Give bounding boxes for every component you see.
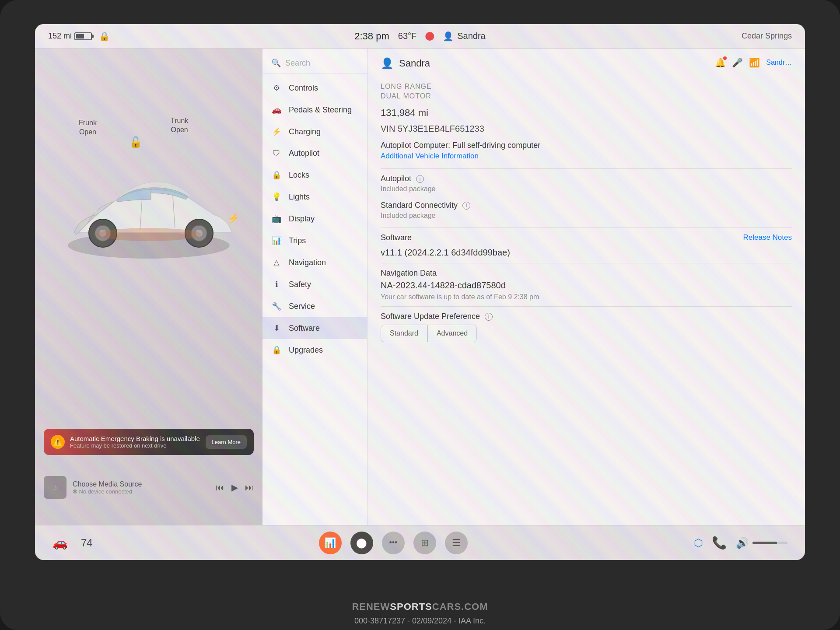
watermark-cars: CARS.COM [432, 601, 488, 612]
frunk-label: Frunk Open [79, 119, 97, 137]
menu-item-service[interactable]: 🔧 Service [262, 295, 367, 317]
alert-title: Automatic Emergency Braking is unavailab… [70, 435, 200, 442]
grid-icon: ⊞ [421, 537, 429, 549]
volume-fill [752, 542, 777, 544]
watermark-sub: 000-38717237 - 02/09/2024 - IAA Inc. [0, 616, 840, 626]
additional-vehicle-info-link[interactable]: Additional Vehicle Information [381, 152, 479, 160]
car-panel: Frunk Open Trunk Open 🔓 [35, 49, 262, 525]
media-icon: ♪ [44, 476, 66, 499]
menu-item-trips[interactable]: 📊 Trips [262, 230, 367, 252]
signal-icon: 📶 [749, 57, 760, 68]
bell-icon[interactable]: 🔔 [715, 57, 726, 68]
safety-label: Safety [289, 280, 311, 289]
car-image-area: ⚡ [52, 136, 245, 276]
menu-item-pedals[interactable]: 🚗 Pedals & Steering [262, 99, 367, 121]
voice-button[interactable]: 📊 [319, 532, 342, 554]
trips-label: Trips [289, 236, 306, 245]
update-status: Your car software is up to date as of Fe… [381, 293, 792, 301]
media-prev-button[interactable]: ⏮ [216, 483, 224, 493]
menu-item-upgrades[interactable]: 🔒 Upgrades [262, 339, 367, 361]
autopilot-icon: 🛡 [271, 149, 282, 158]
volume-bar[interactable] [752, 542, 788, 544]
standard-pref-button[interactable]: Standard [381, 325, 427, 342]
advanced-pref-button[interactable]: Advanced [427, 325, 477, 342]
autopilot-computer-section: Autopilot Computer: Full self-driving co… [381, 141, 792, 161]
cards-icon: ☰ [452, 537, 461, 549]
car-illustration: ⚡ [52, 145, 245, 267]
status-bar: 152 mi 🔒 2:38 pm 63°F 👤 Sandra Cedar Spr… [35, 24, 805, 49]
pedals-label: Pedals & Steering [289, 105, 352, 115]
home-button[interactable]: ⬤ [350, 532, 373, 554]
menu-item-software[interactable]: ⬇ Software [262, 317, 367, 339]
media-title: Choose Media Source [73, 480, 210, 488]
status-right: Cedar Springs [742, 32, 792, 41]
preference-buttons: Standard Advanced [381, 325, 792, 342]
software-section-row: Software Release Notes [381, 233, 792, 244]
more-icon: ••• [389, 538, 397, 547]
more-button[interactable]: ••• [382, 532, 405, 554]
battery-indicator [74, 32, 92, 40]
menu-item-controls[interactable]: ⚙ Controls [262, 77, 367, 99]
autopilot-section: Autopilot i Included package [381, 174, 792, 193]
cards-button[interactable]: ☰ [445, 532, 468, 554]
recording-icon [425, 32, 434, 41]
autopilot-info-icon[interactable]: i [416, 175, 424, 183]
vin-display: VIN 5YJ3E1EB4LF651233 [381, 124, 792, 134]
menu-item-safety[interactable]: ℹ Safety [262, 273, 367, 295]
profile-icon: 👤 [381, 57, 394, 70]
locks-icon: 🔒 [271, 170, 282, 180]
software-version: v11.1 (2024.2.2.1 6d34fdd99bae) [381, 248, 792, 258]
taskbar-left: 🚗 74 [52, 536, 93, 550]
connectivity-package: Included package [381, 212, 792, 220]
mic-icon[interactable]: 🎤 [732, 57, 743, 68]
autopilot-package: Included package [381, 185, 792, 193]
pedals-icon: 🚗 [271, 105, 282, 115]
menu-item-display[interactable]: 📺 Display [262, 208, 367, 230]
taskbar-center: 📊 ⬤ ••• ⊞ ☰ [319, 532, 468, 554]
menu-item-locks[interactable]: 🔒 Locks [262, 164, 367, 186]
details-panel: 👤 Sandra 🔔 🎤 📶 Sandr… LONG RANGE DUAL MO… [368, 49, 805, 525]
speed-display: 74 [81, 537, 93, 549]
taskbar-right: ⬡ 📞 🔊 [694, 536, 788, 550]
nav-data-version: NA-2023.44-14828-cdad87580d [381, 280, 792, 290]
autopilot-computer-label: Autopilot Computer: Full self-driving co… [381, 141, 792, 150]
svg-point-9 [96, 228, 201, 241]
menu-item-lights[interactable]: 💡 Lights [262, 186, 367, 208]
update-pref-info-icon[interactable]: i [485, 313, 493, 321]
charging-label: Charging [289, 127, 321, 136]
mileage-display: 152 mi [48, 32, 72, 41]
menu-item-charging[interactable]: ⚡ Charging [262, 121, 367, 143]
autopilot-label: Autopilot [289, 149, 319, 158]
release-notes-link[interactable]: Release Notes [743, 233, 792, 242]
menu-item-autopilot[interactable]: 🛡 Autopilot [262, 143, 367, 164]
controls-label: Controls [289, 84, 318, 93]
connectivity-section: Standard Connectivity i Included package [381, 201, 792, 220]
media-info: Choose Media Source ✱ No device connecte… [73, 480, 210, 495]
connectivity-info-icon[interactable]: i [462, 202, 470, 210]
navigation-label: Navigation [289, 258, 326, 267]
user-name-status: Sandra [457, 31, 486, 41]
car-home-button[interactable]: 🚗 [52, 536, 68, 550]
learn-more-button[interactable]: Learn More [206, 435, 247, 449]
time-display: 2:38 pm [354, 31, 389, 42]
user-shortcut[interactable]: Sandr… [766, 59, 792, 66]
status-center: 2:38 pm 63°F 👤 Sandra [354, 31, 485, 42]
connectivity-label: Standard Connectivity i [381, 201, 792, 210]
media-player: ♪ Choose Media Source ✱ No device connec… [44, 476, 254, 499]
phone-icon[interactable]: 📞 [712, 536, 727, 550]
controls-icon: ⚙ [271, 83, 282, 93]
profile-name: Sandra [399, 58, 430, 69]
software-label: Software [289, 324, 320, 333]
divider-4 [381, 306, 792, 307]
alert-subtitle: Feature may be restored on next drive [70, 442, 200, 449]
alert-icon: ⚠️ [51, 435, 65, 449]
menu-item-navigation[interactable]: △ Navigation [262, 252, 367, 273]
user-info-status: 👤 Sandra [443, 31, 486, 42]
media-next-button[interactable]: ⏭ [245, 483, 254, 493]
battery-info: 152 mi [48, 32, 92, 41]
search-bar[interactable]: 🔍 Search [262, 53, 367, 74]
grid-button[interactable]: ⊞ [413, 532, 436, 554]
bluetooth-icon[interactable]: ⬡ [694, 537, 703, 549]
divider-3 [381, 263, 792, 263]
media-play-button[interactable]: ▶ [231, 482, 238, 493]
